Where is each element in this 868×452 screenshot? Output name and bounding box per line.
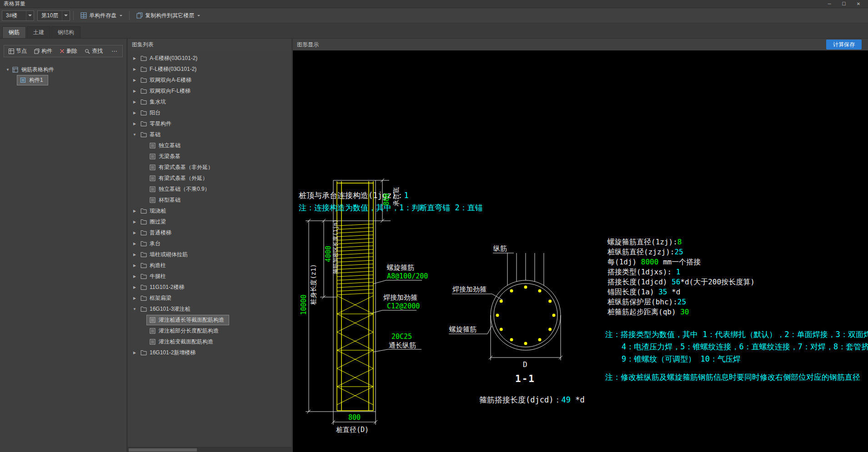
atlas-tree-folder[interactable]: ▶阳台 [128, 107, 291, 118]
atlas-tree-item[interactable]: 有梁式条基（非外延） [128, 162, 291, 173]
document-icon [148, 143, 157, 149]
folder-icon [139, 121, 148, 126]
section-longbar-label: 纵筋 [493, 244, 507, 253]
chevron-right-icon[interactable]: ▶ [131, 231, 138, 235]
building-dropdown[interactable]: 3#楼 [2, 10, 34, 21]
chevron-right-icon[interactable]: ▶ [131, 296, 138, 300]
chevron-right-icon[interactable]: ▶ [131, 122, 138, 126]
atlas-tree-item[interactable]: 杯型基础 [128, 194, 291, 205]
chevron-right-icon[interactable]: ▶ [131, 100, 138, 104]
atlas-item-label: 16G101-2新增楼梯 [148, 349, 197, 357]
chevron-right-icon[interactable]: ▶ [131, 274, 138, 278]
atlas-tree-folder[interactable]: ▶现浇桩 [128, 205, 291, 216]
atlas-horizontal-scrollbar[interactable] [128, 447, 291, 452]
section-spiral-label: 螺旋箍筋 [449, 325, 477, 334]
atlas-item-label: 普通楼梯 [148, 229, 173, 237]
atlas-tree-folder[interactable]: ▶双网双向A-E楼梯 [128, 75, 291, 85]
chevron-right-icon[interactable]: ▶ [131, 209, 138, 213]
atlas-tree-item[interactable]: 无梁条基 [128, 151, 291, 162]
document-icon [148, 175, 157, 181]
atlas-tree-folder[interactable]: ▶双网双向F-L楼梯 [128, 85, 291, 96]
component-button[interactable]: 构件 [31, 46, 55, 56]
atlas-tree-folder[interactable]: ▶11G101-2楼梯 [128, 282, 291, 293]
save-single-component-button[interactable]: 单构件存盘 [77, 10, 126, 21]
maximize-button[interactable]: ☐ [838, 0, 850, 8]
chevron-right-icon[interactable]: ▶ [131, 78, 138, 82]
close-button[interactable]: ✕ [853, 0, 864, 8]
chevron-down-icon[interactable]: ▼ [131, 133, 138, 137]
atlas-tree-folder[interactable]: ▶集水坑 [128, 96, 291, 107]
copy-to-floors-button[interactable]: 复制构件到其它楼层 [133, 10, 204, 21]
section-name: 1-1 [515, 373, 535, 384]
chevron-right-icon[interactable]: ▶ [131, 285, 138, 289]
atlas-item-content: 集水坑 [138, 97, 171, 107]
atlas-tree-folder[interactable]: ▶零星构件 [128, 118, 291, 129]
drawing-param-line: 搭接类型(1djxs): 1 [607, 268, 755, 278]
tab-rebar[interactable]: 钢筋 [2, 26, 26, 38]
atlas-tree-folder[interactable]: ▶墙柱或砌体拉筋 [128, 249, 291, 260]
atlas-tree-folder[interactable]: ▼16G101-3灌注桩 [128, 303, 291, 314]
chevron-right-icon[interactable]: ▶ [131, 220, 138, 224]
atlas-tree-item[interactable]: 灌注桩部分长度配筋构造 [128, 325, 291, 336]
more-button[interactable]: ⋯ [108, 48, 121, 55]
chevron-down-icon[interactable]: ▼ [5, 68, 11, 72]
chevron-down-icon[interactable] [62, 11, 70, 20]
chevron-right-icon[interactable]: ▶ [131, 242, 138, 246]
chevron-right-icon[interactable]: ▶ [131, 56, 138, 60]
chevron-down-icon[interactable]: ▼ [131, 307, 138, 311]
atlas-item-content: 圈过梁 [138, 217, 171, 227]
minimize-button[interactable]: ─ [823, 0, 835, 8]
calculate-save-button[interactable]: 计算保存 [826, 40, 862, 50]
atlas-tree-item[interactable]: 有梁式条基（外延） [128, 173, 291, 184]
atlas-item-content: 双网双向A-E楼梯 [138, 75, 196, 85]
floor-dropdown[interactable]: 第10层 [37, 10, 70, 21]
atlas-tree-folder[interactable]: ▶普通楼梯 [128, 227, 291, 238]
atlas-item-content: 牛腿柱 [138, 272, 171, 281]
chevron-right-icon[interactable]: ▶ [131, 253, 138, 257]
chevron-down-icon[interactable] [26, 11, 34, 20]
window-controls: ─ ☐ ✕ [823, 0, 864, 8]
atlas-tree-folder[interactable]: ▶牛腿柱 [128, 271, 291, 282]
scrollbar-thumb[interactable] [129, 448, 197, 452]
chevron-right-icon[interactable]: ▶ [131, 67, 138, 71]
section-diameter-mark: D [523, 360, 527, 369]
folder-icon [139, 284, 148, 290]
chevron-right-icon[interactable]: ▶ [131, 263, 138, 268]
tab-steel[interactable]: 钢结构 [51, 26, 80, 38]
atlas-tree-folder[interactable]: ▶承台 [128, 238, 291, 249]
chevron-down-icon [197, 15, 200, 16]
drawing-note-line: 注：搭接类型为数值，其中 1：代表绑扎（默认），2：单面焊接，3：双面焊接 [605, 328, 868, 341]
find-button[interactable]: 查找 [81, 46, 106, 56]
display-panel-header: 图形显示 计算保存 [293, 39, 868, 50]
dense-zone-label: 箍筋加密区长度(1jm) [332, 219, 340, 274]
chevron-right-icon[interactable]: ▶ [131, 351, 138, 355]
drawing-canvas[interactable]: 桩顶与承台连接构造(1jgz)：1 注：连接构造为数值，其中，1：判断直弯锚 2… [293, 50, 868, 452]
folder-icon [139, 208, 148, 214]
atlas-tree-folder[interactable]: ▶A-E楼梯(03G101-2) [128, 53, 291, 64]
atlas-tree-folder[interactable]: ▶构造柱 [128, 260, 291, 271]
spiral-label: 螺旋箍筋 [387, 263, 414, 272]
drawing-note-line: 9：锥螺纹（可调型） 10：气压焊 [605, 353, 868, 365]
component-tree-root[interactable]: ▼ 钢筋表格构件 [0, 65, 126, 75]
atlas-tree-folder[interactable]: ▼基础 [128, 129, 291, 140]
atlas-tree-folder[interactable]: ▶圈过梁 [128, 216, 291, 227]
node-button[interactable]: 节点 [5, 46, 30, 56]
component-tree-item[interactable]: 构件1 [0, 75, 126, 85]
atlas-tree-item[interactable]: 独立基础 [128, 140, 291, 151]
chevron-right-icon[interactable]: ▶ [131, 111, 138, 115]
atlas-item-content: 11G101-2楼梯 [138, 283, 189, 292]
atlas-item-label: 基础 [148, 131, 162, 139]
component-item-label: 构件1 [27, 76, 45, 84]
tab-civil[interactable]: 土建 [27, 26, 50, 38]
delete-button-label: 删除 [66, 47, 77, 55]
delete-button[interactable]: 删除 [56, 46, 80, 56]
atlas-tree-folder[interactable]: ▶F-L楼梯(03G101-2) [128, 64, 291, 75]
atlas-item-content: 独立基础（不乘0.9） [147, 184, 215, 194]
atlas-tree-folder[interactable]: ▶框架扁梁 [128, 293, 291, 303]
atlas-tree-folder[interactable]: ▶16G101-2新增楼梯 [128, 347, 291, 358]
atlas-tree-item[interactable]: 独立基础（不乘0.9） [128, 184, 291, 194]
chevron-right-icon[interactable]: ▶ [131, 89, 138, 93]
document-icon [148, 328, 157, 334]
atlas-tree-item[interactable]: 灌注桩变截面配筋构造 [128, 336, 291, 347]
atlas-tree-item[interactable]: 灌注桩通长等截面配筋构造 [128, 314, 291, 325]
